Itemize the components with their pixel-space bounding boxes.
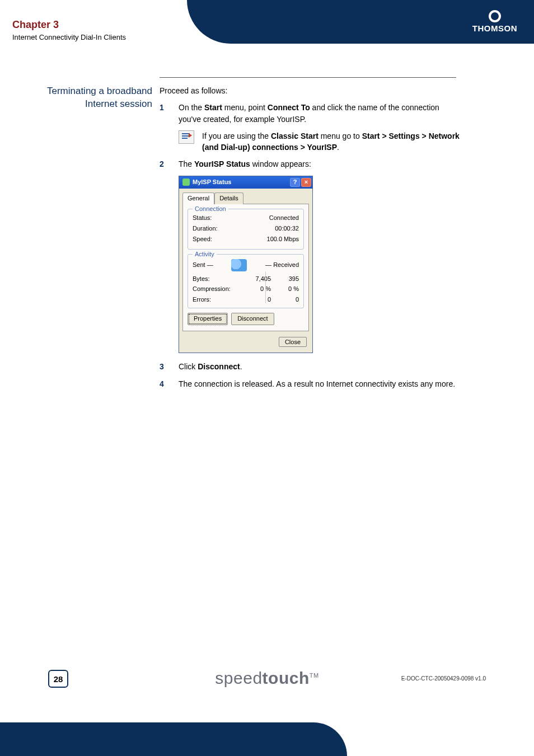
section-rule (160, 77, 456, 78)
note-block: If you are using the Classic Start menu … (179, 130, 462, 153)
step-1: 1 On the Start menu, point Connect To an… (160, 102, 462, 125)
dialog-title: MyISP Status (193, 178, 289, 187)
chapter-header: Chapter 3 Internet Connectivity Dial-In … (12, 19, 126, 41)
properties-button[interactable]: Properties (188, 313, 228, 325)
doc-reference: E-DOC-CTC-20050429-0098 v1.0 (401, 675, 486, 682)
duration-label: Duration: (193, 224, 275, 233)
close-dialog-button[interactable]: Close (279, 337, 307, 347)
brand-thin: speed (215, 669, 262, 687)
step-text: The YourISP Status window appears: (179, 158, 462, 170)
lead-text: Proceed as follows: (160, 85, 462, 96)
status-value: Connected (269, 214, 299, 223)
step-text: The connection is released. As a result … (179, 378, 462, 389)
sent-label: Sent — (193, 261, 213, 270)
close-button[interactable]: × (301, 178, 311, 187)
note-text: If you are using the Classic Start menu … (202, 130, 462, 153)
dialog-tabs: General Details (179, 189, 312, 204)
step-number: 4 (160, 378, 179, 389)
status-dialog: MyISP Status ? × General Details Connect… (179, 176, 313, 353)
compression-label: Compression: (193, 285, 243, 294)
step-number: 2 (160, 158, 179, 170)
dialog-button-row: Properties Disconnect (188, 313, 304, 325)
connection-icon (182, 179, 190, 186)
step-text: On the Start menu, point Connect To and … (179, 102, 462, 125)
tab-details[interactable]: Details (214, 192, 243, 204)
dialog-panel: Connection Status:Connected Duration:00:… (182, 204, 309, 332)
status-label: Status: (193, 214, 269, 223)
compression-sent: 0 % (243, 285, 271, 294)
dialog-titlebar[interactable]: MyISP Status ? × (179, 176, 312, 189)
speed-value: 100.0 Mbps (267, 235, 299, 244)
bytes-received: 395 (271, 275, 299, 284)
errors-sent: 0 (243, 295, 271, 304)
errors-label: Errors: (193, 295, 243, 304)
tab-general[interactable]: General (182, 192, 214, 204)
footer-band (0, 722, 347, 756)
thomson-logo: THOMSON (472, 10, 517, 33)
activity-legend: Activity (193, 250, 217, 259)
dialog-bottom: Close (179, 335, 312, 353)
body-column: Proceed as follows: 1 On the Start menu,… (160, 85, 462, 395)
bytes-sent: 7,405 (243, 275, 271, 284)
brand-bold: touch (263, 669, 310, 687)
disconnect-button[interactable]: Disconnect (231, 313, 274, 325)
activity-icon (231, 259, 247, 271)
step-number: 1 (160, 102, 179, 125)
compression-received: 0 % (271, 285, 299, 294)
speed-label: Speed: (193, 235, 267, 244)
section-side-heading: Terminating a broadband Internet session (12, 85, 152, 111)
activity-fieldset: Activity Sent — — Received Bytes: 7,405 … (188, 254, 304, 309)
help-button[interactable]: ? (290, 178, 300, 187)
errors-received: 0 (271, 295, 299, 304)
step-2: 2 The YourISP Status window appears: (160, 158, 462, 170)
duration-value: 00:00:32 (275, 224, 299, 233)
bytes-label: Bytes: (193, 275, 243, 284)
thomson-logo-icon (489, 10, 501, 22)
thomson-logo-text: THOMSON (472, 24, 517, 33)
step-number: 3 (160, 361, 179, 372)
note-icon (179, 130, 194, 144)
connection-fieldset: Connection Status:Connected Duration:00:… (188, 209, 304, 250)
received-label: — Received (265, 261, 299, 270)
brand-tm: TM (310, 672, 319, 679)
connection-legend: Connection (193, 205, 228, 214)
chapter-title: Chapter 3 (12, 19, 126, 31)
chapter-subtitle: Internet Connectivity Dial-In Clients (12, 33, 126, 41)
step-4: 4 The connection is released. As a resul… (160, 378, 462, 389)
activity-divider (265, 271, 266, 304)
step-text: Click Disconnect. (179, 361, 462, 372)
step-3: 3 Click Disconnect. (160, 361, 462, 372)
page-footer: 28 speedtouchTM E-DOC-CTC-20050429-0098 … (0, 666, 534, 693)
